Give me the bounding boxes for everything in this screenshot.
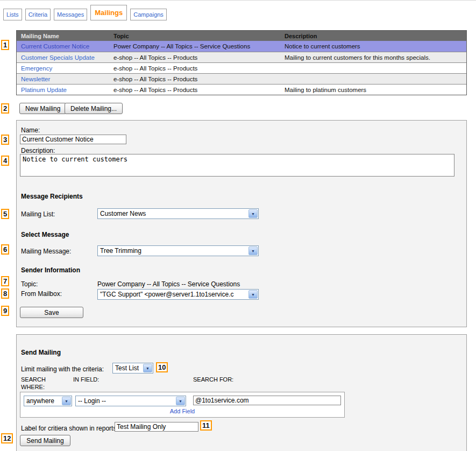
message-recipients-heading: Message Recipients [21,193,83,200]
save-button[interactable]: Save [20,307,83,318]
limit-criteria-label: Limit mailing with the criteria: [21,365,104,373]
tab-campaigns[interactable]: Campaigns [130,9,167,20]
mailing-list-label: Mailing List: [21,210,55,218]
mailing-detail-panel: Name: Description: Notice to current cus… [16,120,467,327]
mailings-page: Lists Criteria Messages Mailings Campaig… [0,0,476,451]
column-header-description: Description [285,33,466,39]
callout-9: 9 [1,306,9,316]
topic-value: Power Company -- All Topics -- Service Q… [97,280,240,288]
criteria-builder-box: anywhere ▼ -- Login -- ▼ Add Field [20,392,345,418]
mailing-list-selected-value: Customer News [98,210,248,217]
column-header-topic: Topic [113,33,285,39]
tab-bar: Lists Criteria Messages Mailings Campaig… [3,5,167,20]
report-criteria-label: Label for critiera shown in reports: [21,425,118,432]
tab-mailings[interactable]: Mailings [90,5,127,20]
description-textarea[interactable]: Notice to current customers [20,154,454,177]
cell-description: Mailing to platinum customers [285,87,466,93]
cell-description: Mailing to current customers for this mo… [285,54,466,61]
cell-topic: e-shop -- All Topics -- Products [113,54,285,61]
callout-5: 5 [1,209,9,219]
chevron-down-icon: ▼ [248,209,258,218]
table-row[interactable]: Platinum Update e-shop -- All Topics -- … [17,84,466,95]
topic-label: Topic: [21,280,38,288]
mailings-table: Mailing Name Topic Description Current C… [16,30,467,95]
select-message-heading: Select Message [21,231,69,238]
chevron-down-icon: ▼ [248,246,258,255]
mailing-message-selected-value: Tree Trimming [98,247,248,255]
table-row[interactable]: Customer Specials Update e-shop -- All T… [17,52,466,62]
mailing-name-link[interactable]: Platinum Update [21,87,67,93]
search-where-selected-value: anywhere [24,397,61,405]
mailing-name-link[interactable]: Newsletter [21,76,50,82]
mailing-name-link[interactable]: Customer Specials Update [21,54,95,61]
add-field-link[interactable]: Add Field [20,408,344,414]
chevron-down-icon: ▼ [176,397,185,405]
chevron-down-icon: ▼ [248,290,258,299]
cell-topic: e-shop -- All Topics -- Products [113,87,285,93]
search-where-label: SEARCH WHERE: [21,376,51,391]
callout-3: 3 [1,135,9,145]
cell-topic: e-shop -- All Topics -- Products [113,65,285,72]
send-mailing-panel: Send Mailing Limit mailing with the crit… [16,334,467,451]
description-label: Description: [21,147,55,154]
column-header-mailing-name: Mailing Name [17,33,113,39]
send-mailing-heading: Send Mailing [21,349,61,356]
send-mailing-button[interactable]: Send Mailing [20,435,70,446]
callout-12: 12 [1,433,13,443]
cell-description: Notice to current customers [285,43,466,50]
tab-messages[interactable]: Messages [54,9,87,20]
tab-lists[interactable]: Lists [3,9,22,20]
from-mailbox-label: From Mailbox: [21,290,62,298]
mailing-list-select[interactable]: Customer News ▼ [97,208,259,219]
search-where-select[interactable]: anywhere ▼ [24,396,72,406]
callout-10: 10 [156,362,168,372]
callout-4: 4 [1,156,9,166]
callout-8: 8 [1,288,9,299]
search-for-input[interactable] [193,396,341,405]
mailing-name-link[interactable]: Current Customer Notice [21,43,89,50]
in-field-selected-value: -- Login -- [76,397,175,405]
delete-mailing-button[interactable]: Delete Mailing... [65,103,123,114]
chevron-down-icon: ▼ [62,397,71,405]
name-input[interactable] [20,135,126,144]
from-mailbox-select[interactable]: "TGC Support" <power@server1.1to1service… [97,289,259,300]
in-field-label: IN FIELD: [73,376,99,383]
table-row[interactable]: Current Customer Notice Power Company --… [17,41,466,52]
table-row[interactable]: Newsletter e-shop -- All Topics -- Produ… [17,73,466,84]
in-field-select[interactable]: -- Login -- ▼ [75,396,186,406]
report-label-input[interactable] [115,422,198,432]
new-mailing-button[interactable]: New Mailing [19,103,66,114]
mailing-message-label: Mailing Message: [21,248,71,255]
callout-11: 11 [200,420,212,431]
sender-information-heading: Sender Information [21,266,80,274]
chevron-down-icon: ▼ [143,364,152,372]
cell-topic: e-shop -- All Topics -- Products [113,76,285,82]
table-header-row: Mailing Name Topic Description [17,31,466,41]
from-mailbox-selected-value: "TGC Support" <power@server1.1to1service… [98,291,248,298]
mailing-message-select[interactable]: Tree Trimming ▼ [97,245,259,256]
criteria-select[interactable]: Test List ▼ [112,363,153,374]
callout-6: 6 [1,244,9,255]
callout-2: 2 [1,103,9,114]
tab-criteria[interactable]: Criteria [25,9,51,20]
table-row[interactable]: Emergency e-shop -- All Topics -- Produc… [17,62,466,73]
mailing-name-link[interactable]: Emergency [21,65,52,72]
cell-topic: Power Company -- All Topics -- Service Q… [113,43,285,50]
name-label: Name: [21,126,40,134]
callout-7: 7 [1,276,9,286]
criteria-selected-value: Test List [113,364,143,372]
callout-1: 1 [1,40,9,50]
search-for-label: SEARCH FOR: [193,376,233,383]
